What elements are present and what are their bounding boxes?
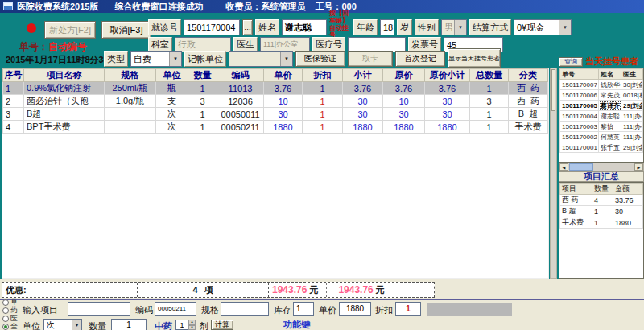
operator-label: 收费员：系统管理员 xyxy=(225,1,305,13)
settle-mode-label: 结算方式 xyxy=(469,19,511,35)
connection-status: 综合收费窗口连接成功 xyxy=(114,1,203,13)
account-unit-value xyxy=(229,52,280,66)
right-panel: 查询 当天挂号患者 单号 姓名 医生 1501170007 钱欣华 30 xyxy=(559,56,644,279)
new-prescription-button[interactable]: 新处方[F2] xyxy=(44,21,96,39)
age-label: 年龄 xyxy=(353,19,378,35)
age-input[interactable]: 18 xyxy=(380,19,394,35)
stock-input[interactable]: 1 xyxy=(293,302,314,316)
radio-all[interactable]: 全 xyxy=(2,323,18,330)
herb-label: 中药 xyxy=(155,320,172,330)
price-input[interactable]: 1880 xyxy=(339,302,371,316)
settle-mode-select[interactable]: 0¥现金 ▼ xyxy=(514,19,572,35)
summary-row[interactable]: 手术费 1 1880 xyxy=(560,217,643,229)
gender-select[interactable]: 男 ▼ xyxy=(441,19,467,35)
query-button[interactable]: 查询 xyxy=(559,57,583,67)
items-header-row: 序号 项目名称 规格 单位 数量 编码 单价 折扣 小计 原价 原价小计 总数量… xyxy=(3,69,548,82)
insurance-verify-button[interactable]: 医保验证 xyxy=(295,51,345,67)
spec-input[interactable] xyxy=(221,302,269,316)
list-item[interactable]: 1501170004 谢志聪 111|办公 xyxy=(560,111,643,122)
list-item[interactable]: 1501170007 钱欣华 30|刘金保 xyxy=(560,80,643,90)
radio-icon[interactable] xyxy=(2,316,9,322)
chevron-down-icon[interactable]: ▼ xyxy=(454,20,466,35)
list-item-selected[interactable]: 1501170005 蔡译齐 29|刘金保 xyxy=(560,101,643,111)
visit-no-input[interactable]: 1501170004 xyxy=(184,19,240,35)
scrollbar-thumb[interactable] xyxy=(551,69,555,111)
chevron-down-icon[interactable]: ▼ xyxy=(280,52,292,66)
age-unit-label: 岁 xyxy=(397,19,412,35)
step-down-icon[interactable]: ▼ xyxy=(188,325,196,330)
divider xyxy=(0,299,644,300)
herb-qty-stepper[interactable]: 1 ▲▼ xyxy=(175,320,196,330)
scrollbar-thumb[interactable] xyxy=(569,163,593,171)
qty-input[interactable]: 1 xyxy=(111,319,147,330)
list-item[interactable]: 1501170002 何慧英 111|办公 xyxy=(560,132,643,142)
chevron-down-icon[interactable]: ▼ xyxy=(72,320,81,330)
code-input[interactable]: 00050211 xyxy=(155,302,196,316)
col-price: 单价 xyxy=(264,69,303,82)
auto-register-note: 按【回车键】自动挂号 xyxy=(329,10,351,39)
name-label: 姓名 xyxy=(255,19,279,35)
today-patients-title: 当天挂号患者 xyxy=(585,56,638,68)
order-no-label: 单号： xyxy=(19,41,48,52)
vertical-scrollbar[interactable] xyxy=(550,68,557,279)
herb-qty-value[interactable]: 1 xyxy=(175,320,188,330)
discount-label: 优惠: xyxy=(2,283,138,297)
order-no-value: 自动编号 xyxy=(48,41,87,52)
disabled-field xyxy=(427,303,512,316)
item-count: 4 xyxy=(192,285,197,295)
code-label: 编码 xyxy=(135,304,153,316)
radio-icon[interactable] xyxy=(2,299,9,306)
radio-selected-icon[interactable] xyxy=(2,324,9,330)
type-label: 类型 xyxy=(104,51,128,67)
account-unit-label: 记帐单位 xyxy=(184,51,226,67)
browse-button[interactable]: … xyxy=(242,19,253,35)
table-row[interactable]: 4 BPT手术费 次 1 00050211 1880 1 1880 1880 1… xyxy=(3,121,548,134)
timestamp: 2015年1月17日11时8分38秒 xyxy=(6,54,118,66)
summary-title: 项目汇总 xyxy=(559,171,644,182)
scroll-left-icon[interactable]: ◀ xyxy=(559,163,568,171)
summary-row[interactable]: 西 药 4 33.76 xyxy=(560,195,643,206)
col-seq: 序号 xyxy=(3,69,24,82)
amount-due: 1943.76 xyxy=(272,284,307,295)
chevron-down-icon[interactable]: ▼ xyxy=(169,52,181,66)
take-card-button[interactable]: 取卡 xyxy=(348,51,393,67)
show-today-patients-button[interactable]: 显示当天挂号患者 xyxy=(448,48,501,68)
col-category: 分类 xyxy=(509,69,548,82)
discount-input[interactable]: 1 xyxy=(395,302,421,316)
gender-label: 性别 xyxy=(415,19,439,35)
amount-paid: 1943.76 xyxy=(338,284,373,295)
chevron-down-icon[interactable]: ▼ xyxy=(559,20,571,35)
calc-button[interactable]: 计算 xyxy=(211,320,233,330)
table-row[interactable]: 1 0.9%氯化钠注射 250ml/瓶 瓶 1 11013 3.76 1 3.7… xyxy=(3,82,548,95)
table-row[interactable]: 2 菌必治针（头孢 1.0g/瓶 支 3 12036 10 1 30 10 30… xyxy=(3,95,548,108)
col-item-name: 项目名称 xyxy=(24,69,105,82)
dose-label: 剂 xyxy=(200,320,208,330)
summary-table-area: 项目 数量 金额 西 药 4 33.76 B 超 1 30 xyxy=(559,182,644,279)
summary-row[interactable]: B 超 1 30 xyxy=(560,206,643,217)
name-input[interactable]: 谢志聪 xyxy=(282,19,327,35)
col-orig-subtotal: 原价小计 xyxy=(425,69,470,82)
app-icon xyxy=(3,2,13,10)
list-item[interactable]: 1501170003 黎怡 111|办公 xyxy=(560,122,643,132)
col-discount: 折扣 xyxy=(303,69,343,82)
scroll-right-icon[interactable]: ▶ xyxy=(634,163,643,171)
unit-value: 次 xyxy=(44,320,72,330)
account-unit-select[interactable]: ▼ xyxy=(229,51,293,67)
type-select[interactable]: 自费 ▼ xyxy=(130,51,182,67)
app-title: 医院收费系统2015版 xyxy=(17,1,98,13)
col-code: 编码 xyxy=(217,69,264,82)
item-entry-input[interactable] xyxy=(68,302,130,316)
summary-header-row: 项目 数量 金额 xyxy=(560,184,643,195)
item-count-unit: 项 xyxy=(204,284,213,296)
radio-icon[interactable] xyxy=(2,307,9,314)
col-orig-price: 原价 xyxy=(383,69,425,82)
unit-select[interactable]: 次 ▼ xyxy=(43,319,82,330)
list-item[interactable]: 1501170006 常先茂 0018|杨新 xyxy=(560,90,643,101)
cancel-button[interactable]: 取消[F3] xyxy=(101,21,151,39)
items-table: 序号 项目名称 规格 单位 数量 编码 单价 折扣 小计 原价 原价小计 总数量… xyxy=(2,68,548,134)
function-keys-label: 功能键 xyxy=(283,319,310,330)
list-item[interactable]: 1501170001 张千五 29|刘金保 xyxy=(560,142,643,153)
settle-mode-value: 0¥现金 xyxy=(514,20,559,35)
first-register-button[interactable]: 首次登记 xyxy=(395,51,445,67)
table-row[interactable]: 3 B超 次 1 00050011 30 1 30 30 30 1 B 超 xyxy=(3,108,548,121)
